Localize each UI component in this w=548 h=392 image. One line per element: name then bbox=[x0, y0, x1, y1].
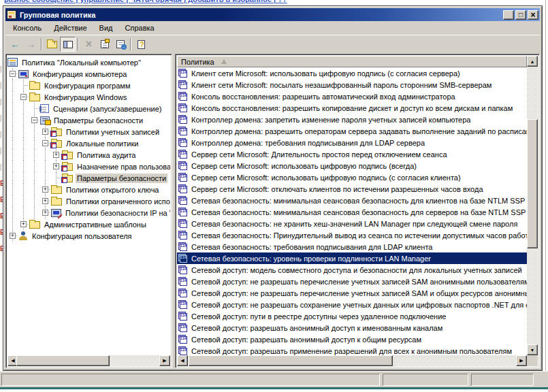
scroll-left-button[interactable]: ◀ bbox=[177, 355, 188, 366]
policy-row[interactable]: Сервер сети Microsoft: Длительность прос… bbox=[177, 148, 527, 160]
policy-row[interactable]: Сервер сети Microsoft: использовать цифр… bbox=[177, 160, 527, 172]
tree-expand-toggle[interactable]: + bbox=[10, 233, 16, 239]
tree-guide bbox=[40, 149, 51, 161]
policy-row[interactable]: Контроллер домена: требования подписыван… bbox=[177, 137, 527, 148]
policy-row[interactable]: Клиент сети Microsoft: использовать цифр… bbox=[177, 67, 527, 79]
policy-icon bbox=[178, 312, 187, 321]
tree-guide: + bbox=[51, 161, 62, 172]
tree-item[interactable]: +Административные шаблоны bbox=[7, 218, 170, 230]
policy-row[interactable]: Сетевая безопасность: Принудительный выв… bbox=[177, 229, 527, 241]
policy-row[interactable]: Сетевой доступ: пути в реестре доступны … bbox=[177, 310, 527, 322]
tree-guide bbox=[7, 195, 18, 207]
tree-item[interactable]: Сценарии (запуск/завершение) bbox=[7, 103, 170, 114]
folder-lock-icon bbox=[62, 152, 73, 159]
scroll-up-button[interactable]: ▲ bbox=[527, 56, 538, 67]
policy-row[interactable]: Сетевой доступ: разрешать применение раз… bbox=[177, 345, 527, 355]
tree-item[interactable]: −Конфигурация Windows bbox=[7, 91, 170, 103]
folder-lock-icon bbox=[51, 129, 62, 136]
policy-row[interactable]: Сетевой доступ: разрешать анонимный дост… bbox=[177, 333, 527, 345]
tree-expand-toggle[interactable]: − bbox=[31, 117, 37, 123]
minimize-button[interactable]: _ bbox=[503, 10, 514, 20]
policy-row[interactable]: Клиент сети Microsoft: посылать незашифр… bbox=[177, 79, 527, 91]
help-button[interactable] bbox=[133, 37, 149, 52]
scroll-down-button[interactable]: ▼ bbox=[527, 344, 538, 355]
policy-icon bbox=[178, 92, 187, 101]
tree-guide bbox=[7, 103, 18, 114]
policy-row[interactable]: Контроллер домена: разрешить операторам … bbox=[177, 125, 527, 137]
tree-guide bbox=[29, 161, 40, 172]
maximize-icon: □ bbox=[519, 12, 523, 18]
policy-icon bbox=[178, 150, 187, 159]
tree-expand-toggle[interactable]: + bbox=[42, 186, 48, 193]
show-console-tree-button[interactable] bbox=[60, 37, 76, 52]
column-header-policy[interactable]: Политика bbox=[177, 56, 527, 67]
tree-item[interactable]: +Политики учетных записей bbox=[7, 126, 170, 137]
policy-row[interactable]: Сетевая безопасность: не хранить хеш-зна… bbox=[177, 218, 527, 229]
policy-label: Клиент сети Microsoft: посылать незашифр… bbox=[190, 81, 493, 89]
titlebar[interactable]: Групповая политика _ □ × bbox=[5, 8, 540, 21]
list-horizontal-scrollbar[interactable]: ◀ ▶ bbox=[177, 355, 527, 366]
scrollbar-corner bbox=[527, 355, 538, 366]
policy-label: Сетевой доступ: не разрешать сохранение … bbox=[190, 301, 527, 309]
menu-item-view[interactable]: Вид bbox=[93, 22, 119, 33]
menu-item-console[interactable]: Консоль bbox=[7, 22, 48, 33]
policy-row[interactable]: Сервер сети Microsoft: использовать цифр… bbox=[177, 172, 527, 183]
policy-row[interactable]: Сетевая безопасность: минимальная сеансо… bbox=[177, 195, 527, 206]
tree-item[interactable]: Параметры безопасности bbox=[7, 172, 170, 184]
tree-expand-toggle[interactable]: − bbox=[20, 94, 27, 100]
tree-expand-toggle[interactable]: + bbox=[42, 198, 48, 204]
menu-item-help[interactable]: Справка bbox=[119, 22, 161, 33]
policy-label: Сетевая безопасность: требования подписы… bbox=[190, 243, 434, 251]
back-button[interactable] bbox=[7, 37, 23, 52]
scroll-right-button[interactable]: ▶ bbox=[159, 355, 170, 366]
tree-item-label: Назначение прав пользователя bbox=[76, 162, 170, 172]
policy-row[interactable]: Сетевой доступ: модель совместного досту… bbox=[177, 264, 527, 276]
tree-expand-toggle[interactable]: − bbox=[42, 140, 48, 146]
tree-item[interactable]: +Политики открытого ключа bbox=[7, 184, 170, 195]
menu-item-action[interactable]: Действие bbox=[48, 22, 93, 33]
scrollbar-thumb[interactable] bbox=[527, 119, 538, 248]
scrollbar-thumb[interactable] bbox=[16, 355, 110, 366]
tree-item[interactable]: +Политика аудита bbox=[7, 149, 170, 161]
tree-expand-toggle[interactable]: + bbox=[53, 163, 59, 169]
policy-row[interactable]: Сетевая безопасность: требования подписы… bbox=[177, 241, 527, 252]
policy-row[interactable]: Контроллер домена: запретить изменение п… bbox=[177, 114, 527, 125]
maximize-button[interactable]: □ bbox=[515, 10, 526, 20]
list-vertical-scrollbar[interactable]: ▲ ▼ bbox=[527, 56, 538, 355]
tree-expand-toggle[interactable]: + bbox=[42, 129, 48, 135]
scrollbar-thumb[interactable] bbox=[189, 355, 393, 366]
up-one-level-button[interactable] bbox=[44, 37, 60, 52]
properties-button[interactable] bbox=[97, 37, 112, 52]
tree-item[interactable]: −Локальные политики bbox=[7, 137, 170, 149]
policy-row[interactable]: Сетевой доступ: разрешать анонимный дост… bbox=[177, 322, 527, 333]
policy-row[interactable]: Консоль восстановления: разрешить копиро… bbox=[177, 102, 527, 114]
tree-item[interactable]: +Политики безопасности IP на "Локальный … bbox=[7, 207, 170, 218]
tree-expand-toggle[interactable]: + bbox=[20, 221, 27, 227]
tree-item[interactable]: +Политики ограниченного использования пр… bbox=[7, 195, 170, 207]
tree-item[interactable]: +Конфигурация пользователя bbox=[7, 230, 170, 242]
close-button[interactable]: × bbox=[528, 10, 538, 20]
policy-row[interactable]: Сетевой доступ: не разрешать перечислени… bbox=[177, 287, 527, 299]
policy-row[interactable]: Сетевой доступ: не разрешать сохранение … bbox=[177, 299, 527, 310]
policy-row[interactable]: Сетевая безопасность: уровень проверки п… bbox=[177, 252, 527, 264]
tree-item[interactable]: −Конфигурация компьютера bbox=[7, 68, 170, 80]
tree-expand-toggle[interactable]: + bbox=[53, 152, 59, 158]
export-list-button[interactable] bbox=[112, 37, 128, 52]
policy-row[interactable]: Сетевой доступ: не разрешать перечислени… bbox=[177, 276, 527, 287]
policy-row[interactable]: Сервер сети Microsoft: отключать клиенто… bbox=[177, 183, 527, 195]
policy-row[interactable]: Консоль восстановления: разрешить автома… bbox=[177, 91, 527, 102]
tree-expand-toggle[interactable]: + bbox=[42, 210, 48, 216]
help-icon bbox=[138, 40, 145, 49]
tree-item[interactable]: Конфигурация программ bbox=[7, 80, 170, 91]
policy-list: Клиент сети Microsoft: использовать цифр… bbox=[177, 67, 527, 355]
scroll-right-button[interactable]: ▶ bbox=[516, 355, 527, 366]
tree-item[interactable]: Политика "Локальный компьютер" bbox=[7, 56, 170, 68]
tree-item[interactable]: −Параметры безопасности bbox=[7, 114, 170, 126]
tree-horizontal-scrollbar[interactable]: ◀ ▶ bbox=[7, 355, 170, 366]
policy-icon bbox=[178, 115, 187, 124]
tree-expand-toggle[interactable]: − bbox=[10, 71, 16, 77]
tree-item[interactable]: +Назначение прав пользователя bbox=[7, 161, 170, 172]
policy-row[interactable]: Сетевая безопасность: минимальная сеансо… bbox=[177, 206, 527, 218]
tree-guide bbox=[29, 137, 40, 149]
console-tree: Политика "Локальный компьютер"−Конфигура… bbox=[7, 56, 170, 355]
